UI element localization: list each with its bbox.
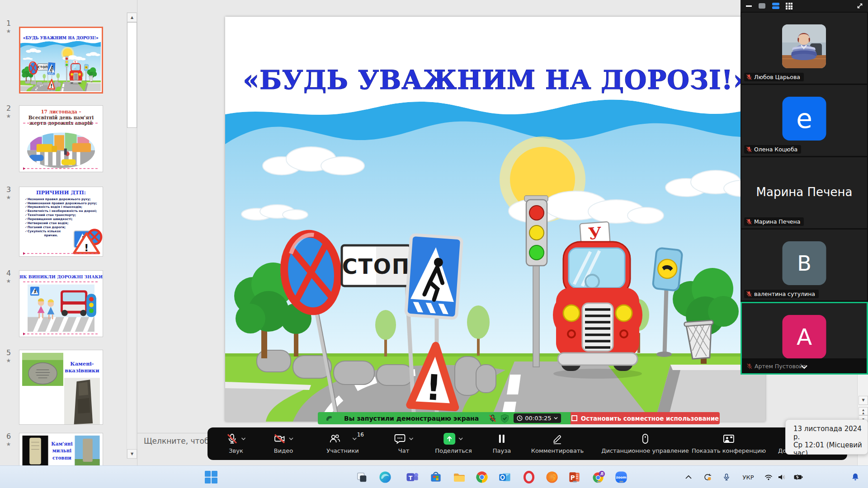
scroll-down-button[interactable]: ▼ xyxy=(859,396,868,405)
scroll-up-button[interactable]: ▲ xyxy=(127,13,137,22)
participant-tile[interactable]: e Олена Коцюба xyxy=(741,85,867,156)
previous-slide-button[interactable]: ▲▲ xyxy=(859,407,868,415)
gallery-view-icon[interactable] xyxy=(772,3,779,9)
svg-text:✓Технічний стан транспорту;: ✓Технічний стан транспорту; xyxy=(25,213,76,217)
participant-tile-active[interactable]: А Артем Пустовойт xyxy=(741,302,868,375)
volume-icon[interactable] xyxy=(778,474,787,481)
slide-thumbnail-5[interactable]: Камені- вказівники xyxy=(19,350,103,425)
audio-button[interactable]: Звук xyxy=(226,431,246,454)
chevron-down-icon[interactable] xyxy=(352,437,357,441)
sync-status-icon[interactable] xyxy=(703,473,712,481)
svg-text:P: P xyxy=(571,474,575,481)
thumbnail-scrollbar[interactable]: ▲ ▼ xyxy=(127,12,137,459)
tray-mic-icon[interactable] xyxy=(723,473,730,481)
speaker-view-icon[interactable] xyxy=(759,3,765,9)
opera-icon[interactable] xyxy=(523,470,536,483)
stop-icon xyxy=(571,415,577,421)
zoom-app-icon[interactable]: zoom xyxy=(615,470,628,483)
remote-control-button[interactable]: Дистанционное управление xyxy=(601,431,689,454)
chevron-down-icon[interactable] xyxy=(241,437,246,441)
slide-number: 4 xyxy=(3,269,14,277)
slide-5-thumbnail-scene: Камені- вказівники xyxy=(19,350,103,424)
svg-text:!: ! xyxy=(50,83,53,89)
chevron-down-icon[interactable] xyxy=(409,437,414,441)
scrollbar-thumb[interactable] xyxy=(127,22,137,128)
svg-text:Кам'яні: Кам'яні xyxy=(51,441,72,446)
slide-canvas[interactable]: «БУДЬ УВАЖНИМ НА ДОРОЗІ!» xyxy=(225,17,765,422)
tray-chevron-up-icon[interactable] xyxy=(685,474,692,480)
pause-icon xyxy=(497,433,507,445)
screen: 1 ★ «БУДЬ УВАЖНИМ НА ДОРОЗІ!» xyxy=(0,0,868,488)
expand-icon[interactable] xyxy=(856,2,863,9)
participant-name: Любов Царьова xyxy=(754,74,800,80)
svg-text:✓Незнання правил дорожнього ру: ✓Незнання правил дорожнього руху; xyxy=(25,197,90,201)
slide-number: 1 xyxy=(3,19,14,28)
avatar: А xyxy=(783,315,826,359)
share-button[interactable]: Поделиться xyxy=(435,431,472,454)
animation-star-icon: ★ xyxy=(3,194,14,201)
language-indicator[interactable]: УКР xyxy=(743,474,754,480)
participant-label: Любов Царьова xyxy=(744,73,804,81)
participant-label: Олена Коцюба xyxy=(744,145,801,154)
participant-name: валентина сутулина xyxy=(754,291,815,297)
crosswalk-sign xyxy=(406,235,462,318)
pause-label: Пауза xyxy=(493,447,511,454)
tooltip-time: Ср 12:01 (Місцевий час) xyxy=(793,441,868,457)
svg-text:СТОП: СТОП xyxy=(342,254,410,279)
notes-placeholder[interactable]: Щелкните, чтобы xyxy=(144,436,215,446)
slide-thumbnail-panel: 1 ★ «БУДЬ УВАЖНИМ НА ДОРОЗІ!» xyxy=(0,0,137,488)
show-meeting-button[interactable]: Показать конференцию xyxy=(692,431,766,454)
remote-control-label: Дистанционное управление xyxy=(601,447,689,454)
participant-tile[interactable]: В валентина сутулина xyxy=(741,230,867,300)
chevron-down-icon[interactable] xyxy=(289,437,293,441)
panel-header xyxy=(741,0,868,12)
chevron-down-icon[interactable] xyxy=(459,437,463,441)
notification-bell-icon[interactable] xyxy=(851,473,859,481)
camera-muted-icon xyxy=(274,433,286,445)
start-button[interactable] xyxy=(205,471,217,483)
powerpoint-icon[interactable]: P xyxy=(568,470,581,483)
chat-button[interactable]: Чат xyxy=(394,431,414,454)
annotate-label: Комментировать xyxy=(531,447,584,454)
svg-text:ПРИЧИНИ ДТП:: ПРИЧИНИ ДТП: xyxy=(36,189,86,196)
participant-tile[interactable]: Марина Печена Марина Печена xyxy=(741,157,867,228)
slide-thumbnail-2[interactable]: 17 листопада – Всесвітній день пам'яті ж… xyxy=(19,105,103,172)
slide-thumbnail-4[interactable]: ЯК ВИНИКЛИ ДОРОЖНІ ЗНАКИ xyxy=(19,270,103,337)
grid-view-icon[interactable] xyxy=(786,3,793,9)
svg-text:zoom: zoom xyxy=(616,475,626,479)
stop-share-button[interactable]: Остановить совместное использование xyxy=(571,412,720,424)
annotate-button[interactable]: Комментировать xyxy=(531,431,584,454)
battery-charging-icon[interactable] xyxy=(794,474,803,480)
teams-icon[interactable]: T xyxy=(406,470,419,483)
outlook-icon[interactable] xyxy=(499,470,512,483)
edge-browser-icon[interactable] xyxy=(379,470,392,483)
chrome-profile-icon[interactable]: Л xyxy=(592,470,605,483)
audio-label: Звук xyxy=(229,447,243,454)
scroll-down-button[interactable]: ▼ xyxy=(127,449,137,459)
slide-thumbnail-1[interactable]: «БУДЬ УВАЖНИМ НА ДОРОЗІ!» xyxy=(19,27,103,94)
minimize-icon[interactable] xyxy=(746,5,752,7)
svg-text:вказівники: вказівники xyxy=(65,367,99,374)
wifi-icon[interactable] xyxy=(764,474,773,480)
participant-tile[interactable]: Любов Царьова xyxy=(741,13,867,84)
chrome-icon[interactable] xyxy=(476,470,489,483)
participants-panel: Любов Царьова e Олена Коцюба Марина Пече… xyxy=(741,0,868,372)
security-shield-icon[interactable] xyxy=(500,414,509,423)
slide-1-thumbnail-scene: «БУДЬ УВАЖНИМ НА ДОРОЗІ!» xyxy=(20,28,102,93)
participants-button[interactable]: 16 Участники xyxy=(326,431,359,454)
svg-text:✓Поганий стан дороги;: ✓Поганий стан дороги; xyxy=(25,225,66,229)
firefox-icon[interactable] xyxy=(546,470,559,483)
tooltip-date: 13 листопада 2024 р. xyxy=(793,425,868,441)
meeting-timer[interactable]: 00:03:25 xyxy=(514,413,561,423)
task-view-button[interactable] xyxy=(355,471,368,483)
file-explorer-icon[interactable] xyxy=(453,470,466,484)
participant-name: Олена Коцюба xyxy=(754,146,797,153)
avatar: В xyxy=(783,241,826,285)
pause-share-button[interactable]: Пауза xyxy=(493,431,511,454)
animation-star-icon: ★ xyxy=(3,357,14,364)
slide-thumbnail-3[interactable]: ПРИЧИНИ ДТП: ✓Незнання правил дорожнього… xyxy=(19,187,103,257)
video-button[interactable]: Видео xyxy=(274,431,293,454)
collapse-chevron-icon[interactable] xyxy=(800,364,808,370)
microsoft-store-icon[interactable] xyxy=(429,470,443,483)
screen-share-banner: Вы запустили демонстрацию экрана 00:03:2… xyxy=(318,412,720,424)
